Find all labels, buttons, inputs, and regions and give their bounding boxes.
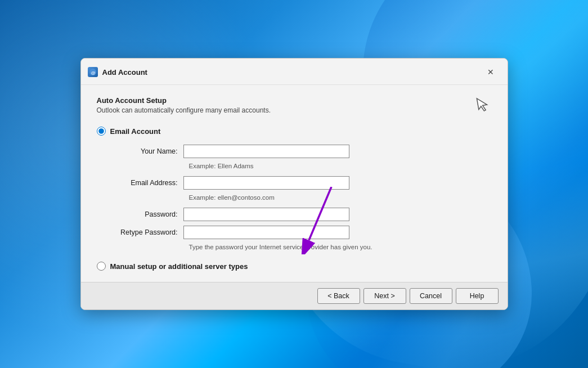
your-name-row: Your Name:	[110, 145, 492, 158]
retype-password-input[interactable]	[183, 226, 349, 239]
next-button[interactable]: Next >	[363, 288, 406, 304]
password-input[interactable]	[183, 208, 349, 221]
title-bar-left: @ Add Account	[88, 67, 147, 77]
add-account-dialog: @ Add Account ✕ Auto Account Setup Outlo…	[80, 58, 508, 310]
dialog-overlay: @ Add Account ✕ Auto Account Setup Outlo…	[0, 0, 588, 368]
cancel-button[interactable]: Cancel	[410, 288, 452, 304]
manual-setup-label[interactable]: Manual setup or additional server types	[110, 262, 248, 271]
close-button[interactable]: ✕	[483, 64, 499, 80]
retype-password-label: Retype Password:	[110, 228, 183, 236]
title-bar: @ Add Account ✕	[81, 59, 508, 85]
manual-setup-radio[interactable]	[97, 262, 106, 271]
password-label: Password:	[110, 210, 183, 218]
retype-password-row: Retype Password:	[110, 226, 492, 239]
section-header-text: Auto Account Setup Outlook can automatic…	[97, 96, 271, 114]
svg-text:@: @	[91, 70, 95, 75]
email-address-example: Example: ellen@contoso.com	[189, 194, 492, 201]
dialog-icon: @	[88, 67, 98, 77]
section-subtitle: Outlook can automatically configure many…	[97, 106, 271, 114]
password-row: Password:	[110, 208, 492, 221]
email-account-radio[interactable]	[97, 127, 106, 136]
cursor-icon	[474, 95, 493, 118]
email-account-option: Email Account	[97, 127, 492, 136]
help-button[interactable]: Help	[456, 288, 499, 304]
email-address-label: Email Address:	[110, 179, 183, 187]
dialog-title: Add Account	[102, 68, 147, 77]
email-address-input[interactable]	[183, 176, 349, 190]
your-name-input[interactable]	[183, 145, 349, 158]
manual-setup-option: Manual setup or additional server types	[97, 262, 492, 271]
your-name-label: Your Name:	[110, 147, 183, 155]
your-name-example: Example: Ellen Adams	[189, 163, 492, 169]
email-account-section: Email Account Your Name: Example: Ellen …	[97, 127, 492, 250]
section-title: Auto Account Setup	[97, 96, 271, 105]
dialog-footer: < Back Next > Cancel Help	[81, 282, 508, 309]
back-button[interactable]: < Back	[317, 288, 360, 304]
form-fields: Your Name: Example: Ellen Adams Email Ad…	[110, 145, 492, 250]
dialog-body: Auto Account Setup Outlook can automatic…	[81, 85, 508, 271]
password-hint: Type the password your Internet service …	[189, 244, 492, 250]
email-address-row: Email Address:	[110, 176, 492, 190]
email-account-label[interactable]: Email Account	[110, 127, 161, 136]
section-header: Auto Account Setup Outlook can automatic…	[97, 96, 492, 116]
